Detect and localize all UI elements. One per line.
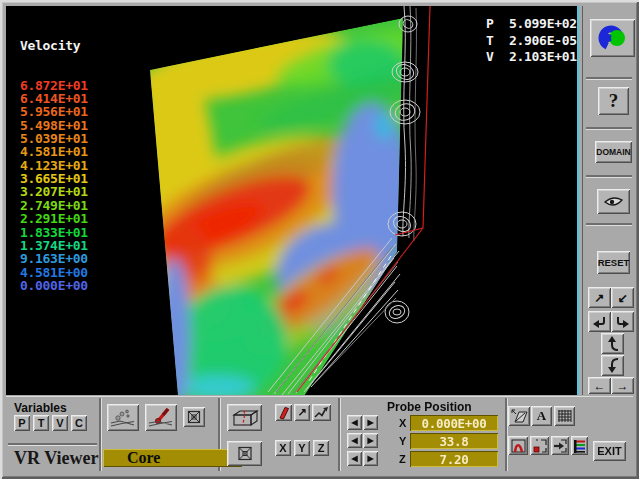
probe-x-increment-button[interactable]: ▶ xyxy=(363,415,378,430)
legend-entry: 5.956E+01 xyxy=(20,105,88,118)
readout-value-v: 2.103E+01 xyxy=(509,49,577,66)
snapshot-button[interactable] xyxy=(508,406,530,426)
turn-right-button[interactable] xyxy=(611,311,634,332)
legend-entry: 4.581E+01 xyxy=(20,145,88,158)
crossed-box-icon xyxy=(235,445,255,462)
cut-plane-button[interactable] xyxy=(227,404,262,431)
probe-y-decrement-button[interactable]: ◀ xyxy=(347,433,362,448)
vector-arrow-button[interactable]: ↗ xyxy=(294,404,310,421)
domain-button[interactable]: DOMAIN xyxy=(595,141,632,163)
probe-x-field[interactable]: 0.000E+00 xyxy=(410,415,498,431)
probe-position-title: Probe Position xyxy=(387,400,472,414)
variable-p-button[interactable]: P xyxy=(14,415,30,431)
help-button[interactable]: ? xyxy=(598,87,629,115)
legend-entries: 6.872E+016.414E+015.956E+015.498E+015.03… xyxy=(20,79,88,293)
isosurface-button[interactable] xyxy=(508,436,528,455)
sidebar-divider xyxy=(586,127,632,129)
axis-x-label: X xyxy=(279,442,286,454)
variable-v-button[interactable]: V xyxy=(52,415,68,431)
readout-value-t: 2.906E-05 xyxy=(509,33,577,50)
vr-viewer-window: Velocity 6.872E+016.414E+015.956E+015.49… xyxy=(0,0,639,479)
legend-toggle-button[interactable] xyxy=(571,436,588,455)
sidebar-divider xyxy=(586,175,632,177)
reset-label: RESET xyxy=(598,257,630,268)
arrow-turn-up-icon xyxy=(606,335,620,352)
view-button[interactable] xyxy=(597,189,630,214)
probe-x-label: X xyxy=(399,417,406,429)
particle-trace-button[interactable] xyxy=(107,404,139,431)
panel-divider xyxy=(8,443,97,445)
axis-y-label: Y xyxy=(298,442,305,454)
exit-label: EXIT xyxy=(597,445,621,457)
arrow-left-icon: ← xyxy=(594,380,606,392)
reset-button[interactable]: RESET xyxy=(597,251,630,274)
legend-entry: 9.163E+00 xyxy=(20,252,88,265)
readout-label-t: T xyxy=(486,33,509,50)
help-label: ? xyxy=(609,90,619,112)
readout-label-v: V xyxy=(486,49,509,66)
arrow-sw-icon: ↙ xyxy=(617,292,627,304)
arrow-right-icon: → xyxy=(617,380,629,392)
logo-button[interactable] xyxy=(590,19,635,57)
axis-y-button[interactable]: Y xyxy=(294,440,310,456)
rotate-plane-button[interactable] xyxy=(312,404,331,421)
zoom-region-button[interactable] xyxy=(530,436,549,455)
probe-z-field[interactable]: 7.20 xyxy=(410,451,498,467)
delete-plane-button[interactable] xyxy=(227,441,262,466)
probe-z-increment-button[interactable]: ▶ xyxy=(363,451,378,466)
probe-y-field[interactable]: 33.8 xyxy=(410,433,498,449)
legend-entry: 1.833E+01 xyxy=(20,226,88,239)
region-dropdown[interactable]: Core xyxy=(103,449,242,467)
stepper-right-icon: ▶ xyxy=(367,418,373,427)
axis-z-button[interactable]: Z xyxy=(313,440,329,456)
legend-entry: 5.498E+01 xyxy=(20,119,88,132)
legend-entry: 5.039E+01 xyxy=(20,132,88,145)
pan-left-button[interactable]: ← xyxy=(588,377,611,394)
viewport-3d[interactable]: Velocity 6.872E+016.414E+015.956E+015.49… xyxy=(6,6,579,395)
probe-y-value: 33.8 xyxy=(440,434,469,449)
annotation-text-button[interactable]: A xyxy=(531,406,552,426)
legend-entry: 4.123E+01 xyxy=(20,159,88,172)
velocity-slice-plane xyxy=(92,16,433,396)
grid-toggle-button[interactable] xyxy=(554,406,575,426)
sidebar-divider xyxy=(586,223,632,225)
sidebar-divider xyxy=(586,77,632,79)
arrow-ne-icon: ↗ xyxy=(594,292,604,304)
pan-region-button[interactable] xyxy=(551,436,569,455)
stepper-right-icon: ▶ xyxy=(367,454,373,463)
turn-up-button[interactable] xyxy=(601,333,624,354)
axis-z-label: Z xyxy=(318,442,325,454)
arrow-return-left-icon xyxy=(592,315,607,329)
variable-c-button[interactable]: C xyxy=(71,415,87,431)
app-title: VR Viewer xyxy=(14,448,98,469)
pan-right-button[interactable]: → xyxy=(611,377,634,394)
legend-entry: 2.291E+01 xyxy=(20,212,88,225)
probe-z-decrement-button[interactable]: ◀ xyxy=(347,451,362,466)
stepper-left-icon: ◀ xyxy=(351,454,357,463)
readout-label-p: P xyxy=(486,16,509,33)
probe-tool-button[interactable] xyxy=(145,404,177,431)
probe-z-label: Z xyxy=(399,453,406,465)
legend-title: Velocity xyxy=(20,39,88,52)
ribbon-box-icon xyxy=(511,439,526,453)
move-arrow-icon xyxy=(553,439,567,453)
legend-entry: 4.581E+00 xyxy=(20,266,88,279)
probe-x-decrement-button[interactable]: ◀ xyxy=(347,415,362,430)
legend-entry: 6.414E+01 xyxy=(20,92,88,105)
axis-x-button[interactable]: X xyxy=(275,440,291,456)
exit-button[interactable]: EXIT xyxy=(593,441,626,461)
rotate-sw-button[interactable]: ↙ xyxy=(611,287,634,308)
turn-left-button[interactable] xyxy=(588,311,611,332)
variable-t-button[interactable]: T xyxy=(33,415,49,431)
probe-z-value: 7.20 xyxy=(440,452,469,467)
probe-y-increment-button[interactable]: ▶ xyxy=(363,433,378,448)
slice-plane-button[interactable] xyxy=(275,404,292,421)
turn-down-button[interactable] xyxy=(601,355,624,376)
delete-probe-button[interactable] xyxy=(183,407,205,427)
probe-readout: P 5.099E+02 T 2.906E-05 V 2.103E+01 xyxy=(486,16,577,66)
legend-entry: 2.749E+01 xyxy=(20,199,88,212)
rotate-ne-button[interactable]: ↗ xyxy=(588,287,611,308)
panel-divider xyxy=(99,398,101,471)
readout-row-v: V 2.103E+01 xyxy=(486,49,577,66)
grid-icon xyxy=(557,409,572,423)
